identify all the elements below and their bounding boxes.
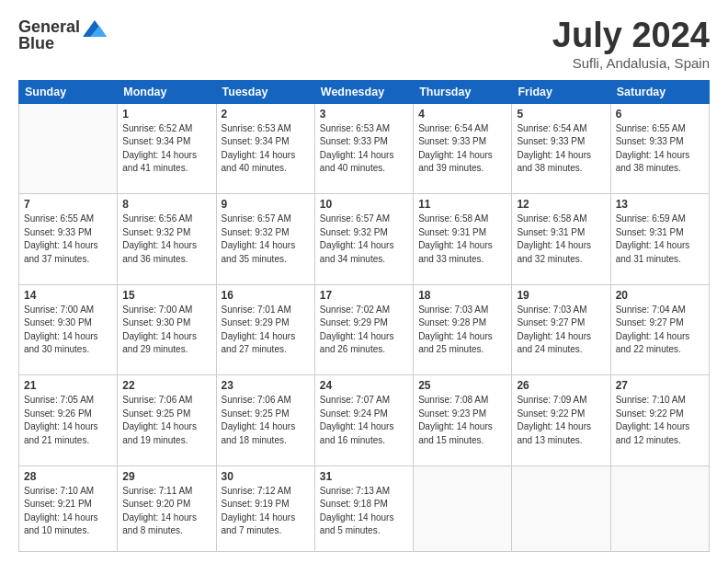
calendar-cell bbox=[512, 465, 610, 551]
day-number: 16 bbox=[222, 289, 310, 302]
calendar-cell: 10Sunrise: 6:57 AM Sunset: 9:32 PM Dayli… bbox=[314, 194, 413, 285]
calendar-cell: 9Sunrise: 6:57 AM Sunset: 9:32 PM Daylig… bbox=[216, 194, 314, 285]
location: Sufli, Andalusia, Spain bbox=[552, 55, 710, 71]
calendar-cell: 31Sunrise: 7:13 AM Sunset: 9:18 PM Dayli… bbox=[314, 465, 413, 551]
day-number: 26 bbox=[517, 379, 605, 392]
cell-content: Sunrise: 7:03 AM Sunset: 9:28 PM Dayligh… bbox=[418, 304, 506, 357]
cell-content: Sunrise: 7:05 AM Sunset: 9:26 PM Dayligh… bbox=[24, 394, 112, 447]
day-number: 6 bbox=[616, 108, 704, 121]
cell-content: Sunrise: 6:58 AM Sunset: 9:31 PM Dayligh… bbox=[517, 213, 605, 266]
cell-content: Sunrise: 7:13 AM Sunset: 9:18 PM Dayligh… bbox=[320, 485, 408, 538]
calendar-cell: 14Sunrise: 7:00 AM Sunset: 9:30 PM Dayli… bbox=[19, 284, 118, 375]
day-number: 29 bbox=[122, 470, 210, 483]
calendar-cell: 25Sunrise: 7:08 AM Sunset: 9:23 PM Dayli… bbox=[414, 375, 512, 466]
day-number: 20 bbox=[616, 289, 704, 302]
calendar-cell: 15Sunrise: 7:00 AM Sunset: 9:30 PM Dayli… bbox=[118, 284, 216, 375]
calendar-cell: 7Sunrise: 6:55 AM Sunset: 9:33 PM Daylig… bbox=[19, 194, 118, 285]
cell-content: Sunrise: 6:57 AM Sunset: 9:32 PM Dayligh… bbox=[222, 213, 310, 266]
cell-content: Sunrise: 6:52 AM Sunset: 9:34 PM Dayligh… bbox=[122, 122, 210, 176]
day-number: 11 bbox=[418, 198, 506, 211]
calendar-cell: 6Sunrise: 6:55 AM Sunset: 9:33 PM Daylig… bbox=[610, 103, 709, 194]
calendar-cell: 4Sunrise: 6:54 AM Sunset: 9:33 PM Daylig… bbox=[414, 103, 512, 194]
day-number: 4 bbox=[418, 108, 506, 121]
calendar-week-row: 7Sunrise: 6:55 AM Sunset: 9:33 PM Daylig… bbox=[19, 194, 710, 285]
calendar-table: Sunday Monday Tuesday Wednesday Thursday… bbox=[18, 80, 710, 552]
day-number: 7 bbox=[24, 198, 112, 211]
calendar-cell: 17Sunrise: 7:02 AM Sunset: 9:29 PM Dayli… bbox=[314, 284, 413, 375]
calendar-cell: 3Sunrise: 6:53 AM Sunset: 9:33 PM Daylig… bbox=[314, 103, 413, 194]
day-number: 19 bbox=[517, 289, 605, 302]
day-number: 15 bbox=[122, 289, 210, 302]
weekday-header-row: Sunday Monday Tuesday Wednesday Thursday… bbox=[19, 80, 710, 103]
month-title: July 2024 bbox=[552, 17, 710, 55]
calendar-week-row: 14Sunrise: 7:00 AM Sunset: 9:30 PM Dayli… bbox=[19, 284, 710, 375]
cell-content: Sunrise: 7:12 AM Sunset: 9:19 PM Dayligh… bbox=[222, 485, 310, 538]
cell-content: Sunrise: 7:06 AM Sunset: 9:25 PM Dayligh… bbox=[122, 394, 210, 447]
day-number: 25 bbox=[418, 379, 506, 392]
calendar-cell: 20Sunrise: 7:04 AM Sunset: 9:27 PM Dayli… bbox=[610, 284, 709, 375]
calendar-cell: 27Sunrise: 7:10 AM Sunset: 9:22 PM Dayli… bbox=[610, 375, 709, 466]
calendar-cell: 1Sunrise: 6:52 AM Sunset: 9:34 PM Daylig… bbox=[118, 103, 216, 194]
calendar-cell: 28Sunrise: 7:10 AM Sunset: 9:21 PM Dayli… bbox=[19, 465, 118, 551]
cell-content: Sunrise: 7:08 AM Sunset: 9:23 PM Dayligh… bbox=[418, 394, 506, 447]
cell-content: Sunrise: 7:00 AM Sunset: 9:30 PM Dayligh… bbox=[24, 304, 112, 357]
header-friday: Friday bbox=[512, 80, 610, 103]
day-number: 9 bbox=[222, 198, 310, 211]
logo-blue: Blue bbox=[18, 35, 54, 53]
calendar-cell: 2Sunrise: 6:53 AM Sunset: 9:34 PM Daylig… bbox=[216, 103, 314, 194]
cell-content: Sunrise: 7:11 AM Sunset: 9:20 PM Dayligh… bbox=[122, 485, 210, 538]
cell-content: Sunrise: 7:07 AM Sunset: 9:24 PM Dayligh… bbox=[320, 394, 408, 447]
day-number: 1 bbox=[122, 108, 210, 121]
header-thursday: Thursday bbox=[414, 80, 512, 103]
calendar-cell: 16Sunrise: 7:01 AM Sunset: 9:29 PM Dayli… bbox=[216, 284, 314, 375]
cell-content: Sunrise: 6:53 AM Sunset: 9:34 PM Dayligh… bbox=[222, 122, 310, 176]
header-sunday: Sunday bbox=[19, 80, 118, 103]
day-number: 22 bbox=[122, 379, 210, 392]
day-number: 3 bbox=[320, 108, 408, 121]
calendar-week-row: 28Sunrise: 7:10 AM Sunset: 9:21 PM Dayli… bbox=[19, 465, 710, 551]
cell-content: Sunrise: 6:53 AM Sunset: 9:33 PM Dayligh… bbox=[320, 122, 408, 176]
calendar-cell: 24Sunrise: 7:07 AM Sunset: 9:24 PM Dayli… bbox=[314, 375, 413, 466]
day-number: 13 bbox=[616, 198, 704, 211]
cell-content: Sunrise: 7:01 AM Sunset: 9:29 PM Dayligh… bbox=[222, 304, 310, 357]
day-number: 17 bbox=[320, 289, 408, 302]
calendar-cell: 21Sunrise: 7:05 AM Sunset: 9:26 PM Dayli… bbox=[19, 375, 118, 466]
calendar-cell: 13Sunrise: 6:59 AM Sunset: 9:31 PM Dayli… bbox=[610, 194, 709, 285]
cell-content: Sunrise: 7:02 AM Sunset: 9:29 PM Dayligh… bbox=[320, 304, 408, 357]
day-number: 2 bbox=[222, 108, 310, 121]
day-number: 12 bbox=[517, 198, 605, 211]
calendar-cell: 23Sunrise: 7:06 AM Sunset: 9:25 PM Dayli… bbox=[216, 375, 314, 466]
cell-content: Sunrise: 6:55 AM Sunset: 9:33 PM Dayligh… bbox=[616, 122, 704, 176]
day-number: 30 bbox=[222, 470, 310, 483]
calendar-cell: 12Sunrise: 6:58 AM Sunset: 9:31 PM Dayli… bbox=[512, 194, 610, 285]
header-tuesday: Tuesday bbox=[216, 80, 314, 103]
cell-content: Sunrise: 7:03 AM Sunset: 9:27 PM Dayligh… bbox=[517, 304, 605, 357]
cell-content: Sunrise: 6:54 AM Sunset: 9:33 PM Dayligh… bbox=[418, 122, 506, 176]
cell-content: Sunrise: 7:09 AM Sunset: 9:22 PM Dayligh… bbox=[517, 394, 605, 447]
cell-content: Sunrise: 6:54 AM Sunset: 9:33 PM Dayligh… bbox=[517, 122, 605, 176]
cell-content: Sunrise: 7:06 AM Sunset: 9:25 PM Dayligh… bbox=[222, 394, 310, 447]
header-monday: Monday bbox=[118, 80, 216, 103]
header: General Blue July 2024 Sufli, Andalusia,… bbox=[18, 17, 710, 71]
day-number: 18 bbox=[418, 289, 506, 302]
calendar-cell: 11Sunrise: 6:58 AM Sunset: 9:31 PM Dayli… bbox=[414, 194, 512, 285]
cell-content: Sunrise: 6:57 AM Sunset: 9:32 PM Dayligh… bbox=[320, 213, 408, 266]
calendar-cell: 8Sunrise: 6:56 AM Sunset: 9:32 PM Daylig… bbox=[118, 194, 216, 285]
day-number: 31 bbox=[320, 470, 408, 483]
calendar-cell: 18Sunrise: 7:03 AM Sunset: 9:28 PM Dayli… bbox=[414, 284, 512, 375]
cell-content: Sunrise: 6:56 AM Sunset: 9:32 PM Dayligh… bbox=[122, 213, 210, 266]
logo-icon bbox=[83, 18, 107, 39]
title-block: July 2024 Sufli, Andalusia, Spain bbox=[552, 17, 710, 71]
calendar-cell: 22Sunrise: 7:06 AM Sunset: 9:25 PM Dayli… bbox=[118, 375, 216, 466]
day-number: 24 bbox=[320, 379, 408, 392]
calendar-cell: 30Sunrise: 7:12 AM Sunset: 9:19 PM Dayli… bbox=[216, 465, 314, 551]
day-number: 27 bbox=[616, 379, 704, 392]
cell-content: Sunrise: 7:10 AM Sunset: 9:21 PM Dayligh… bbox=[24, 485, 112, 538]
day-number: 21 bbox=[24, 379, 112, 392]
calendar-cell bbox=[19, 103, 118, 194]
header-saturday: Saturday bbox=[610, 80, 709, 103]
header-wednesday: Wednesday bbox=[314, 80, 413, 103]
page: General Blue July 2024 Sufli, Andalusia,… bbox=[0, 0, 728, 563]
calendar-cell bbox=[414, 465, 512, 551]
calendar-cell: 26Sunrise: 7:09 AM Sunset: 9:22 PM Dayli… bbox=[512, 375, 610, 466]
